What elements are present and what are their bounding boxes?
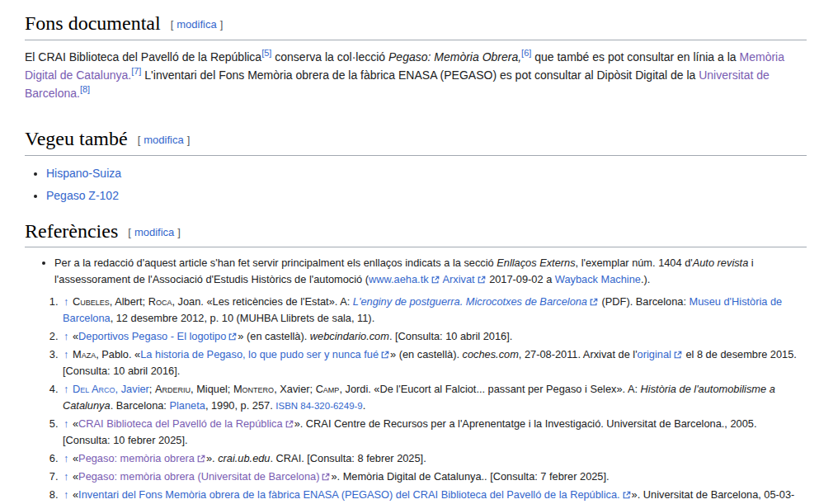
external-link-icon — [381, 351, 389, 359]
text-segment: , 1990, p. 257. — [205, 399, 275, 412]
wiki-link[interactable]: , Javier — [115, 383, 149, 395]
external-link[interactable]: Pegaso: memòria obrera (Universitat de B… — [78, 470, 331, 483]
section-heading-fons-documental: Fons documental[modifica] — [25, 12, 807, 40]
reference-item: ↑ «Pegaso: memòria obrera». crai.ub.edu.… — [61, 450, 807, 467]
section-title: Fons documental — [25, 12, 161, 34]
wiki-link[interactable]: Del Arco — [73, 383, 115, 395]
footnote-ref[interactable]: [7] — [131, 66, 141, 76]
external-link[interactable]: L'enginy de postguerra. Microcotxes de B… — [353, 295, 599, 308]
reference-item: ↑ «Inventari del Fons Memòria obrera de … — [61, 487, 807, 504]
wiki-link[interactable]: Hispano-Suiza — [46, 167, 121, 180]
reference-item: ↑ Maza, Pablo. «La historia de Pegaso, l… — [61, 346, 807, 379]
reference-item: ↑ «CRAI Biblioteca del Pavelló de la Rep… — [61, 416, 807, 449]
text-segment: (PDF). Barcelona: — [599, 295, 690, 308]
text-segment: coches.com — [463, 348, 519, 360]
text-segment: .). — [641, 273, 650, 285]
reference-item: ↑ «Pegaso: memòria obrera (Universitat d… — [61, 469, 807, 485]
bracket-close: ] — [220, 18, 224, 31]
text-segment: , Jordi. «De l'Eucort al Falciot... pass… — [339, 383, 640, 395]
bracket-open: [ — [171, 18, 174, 31]
article-content: Fons documental[modifica] El CRAI Biblio… — [0, 0, 819, 504]
text-segment: « — [69, 452, 78, 464]
text-segment: Cubeles — [73, 295, 110, 308]
edit-section-link[interactable]: modifica — [177, 18, 216, 31]
text-segment: « — [69, 417, 78, 430]
text-segment: Per a la redacció d'aquest article s'han… — [54, 257, 497, 269]
text-segment: Montero — [233, 383, 274, 395]
footnote-ref[interactable]: [6] — [521, 48, 531, 58]
bracket-open: [ — [128, 226, 131, 238]
bracket-close: ] — [187, 134, 191, 146]
external-link[interactable]: La historia de Pegaso, lo que pudo ser y… — [140, 348, 390, 360]
external-link-icon — [590, 298, 598, 306]
text-segment: Camp — [316, 383, 340, 395]
reference-item: ↑ Del Arco, Javier; Arderiu, Miquel; Mon… — [61, 381, 807, 414]
edit-section: [modifica] — [128, 226, 181, 238]
external-link[interactable]: original — [638, 348, 683, 360]
references-section: Per a la redacció d'aquest article s'han… — [25, 255, 807, 504]
text-segment: , Joan. «Les reticències de l'Estat». A: — [172, 295, 352, 308]
text-segment: , Pablo. « — [96, 348, 140, 360]
edit-section: [modifica] — [138, 134, 191, 146]
fons-paragraph: El CRAI Biblioteca del Pavelló de la Rep… — [25, 48, 807, 102]
wiki-link[interactable]: ISBN 84-320-6249-9 — [275, 401, 362, 411]
section-heading-referencies: Referències[modifica] — [25, 219, 807, 248]
external-link[interactable]: Inventari del Fons Memòria obrera de la … — [78, 488, 632, 501]
text-segment: , l'exemplar núm. 1404 d' — [576, 257, 693, 269]
reference-note-list: Per a la redacció d'aquest article s'han… — [25, 255, 807, 288]
reference-item: ↑ Cubeles, Albert; Roca, Joan. «Les reti… — [61, 294, 807, 327]
external-link-icon — [431, 276, 440, 284]
bracket-close: ] — [177, 226, 181, 238]
text-segment: conserva la col·lecció — [271, 50, 388, 64]
external-link-icon — [478, 276, 486, 284]
text-segment: . [Consulta: 10 abril 2016]. — [389, 330, 512, 342]
external-link[interactable]: Arxivat — [442, 273, 486, 285]
references-list: ↑ Cubeles, Albert; Roca, Joan. «Les reti… — [25, 294, 807, 504]
text-segment: crai.ub.edu — [218, 452, 270, 464]
text-segment: « — [69, 330, 78, 342]
text-segment: Maza — [73, 348, 96, 360]
section-heading-vegeu-tambe: Vegeu també[modifica] — [25, 127, 807, 156]
section-title: Referències — [25, 220, 118, 242]
footnote-ref[interactable]: [8] — [80, 84, 90, 94]
external-link-icon — [674, 351, 682, 359]
wiki-link[interactable]: Wayback Machine — [555, 273, 641, 285]
edit-section: [modifica] — [171, 18, 224, 31]
wiki-link[interactable]: Pegaso Z-102 — [46, 189, 119, 202]
external-link-icon — [322, 473, 330, 481]
see-also-item: Hispano-Suiza — [46, 164, 807, 182]
edit-section-link[interactable]: modifica — [144, 134, 183, 146]
text-segment: . CRAI. [Consulta: 8 febrer 2025]. — [271, 452, 426, 464]
footnote-ref[interactable]: [5] — [261, 48, 271, 58]
text-segment: » (en castellà). — [238, 330, 310, 342]
text-segment: webcindario.com — [310, 330, 389, 342]
text-segment: , 27-08-2011. Arxivat de l' — [519, 348, 638, 360]
external-link[interactable]: www.aeha.tk — [369, 273, 440, 285]
text-segment: ; — [149, 383, 155, 395]
external-link[interactable]: CRAI Biblioteca del Pavelló de la Repúbl… — [78, 417, 294, 430]
text-segment: « — [69, 470, 78, 483]
text-segment: Roca — [148, 295, 172, 308]
bracket-open: [ — [138, 134, 141, 146]
text-segment: Enllaços Externs — [497, 257, 575, 269]
text-segment: Arderiu — [155, 383, 191, 395]
wiki-link[interactable]: Planeta — [169, 399, 205, 412]
text-segment: . Barcelona: — [111, 399, 170, 412]
external-link-icon — [197, 455, 205, 463]
edit-section-link[interactable]: modifica — [134, 226, 174, 238]
text-segment: Auto revista — [693, 257, 749, 269]
section-title: Vegeu també — [25, 128, 128, 149]
reference-item: ↑ «Deportivos Pegaso - El logotipo» (en … — [61, 328, 807, 345]
external-link-icon — [285, 420, 294, 428]
text-segment: » (en castellà). — [390, 348, 463, 360]
text-segment: « — [69, 488, 78, 501]
reference-note: Per a la redacció d'aquest article s'han… — [54, 255, 807, 288]
external-link[interactable]: Pegaso: memòria obrera — [78, 452, 206, 464]
text-segment: Pegaso: Memòria Obrera, — [388, 50, 521, 64]
external-link[interactable]: Deportivos Pegaso - El logotipo — [78, 330, 238, 342]
see-also-item: Pegaso Z-102 — [46, 186, 807, 205]
external-link-icon — [623, 491, 631, 499]
text-segment: , Xavier; — [274, 383, 316, 395]
text-segment: . — [363, 399, 366, 412]
text-segment: ». Memòria Digital de Catalunya.. [Consu… — [331, 470, 609, 483]
